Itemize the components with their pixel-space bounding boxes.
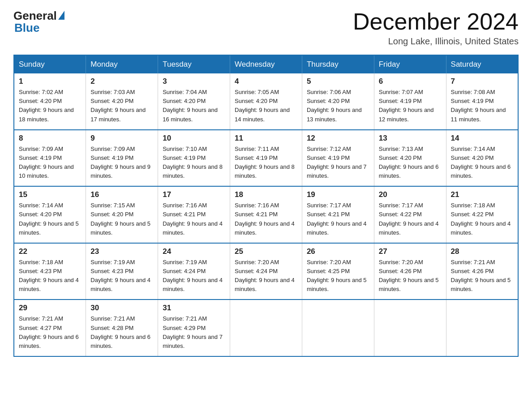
day-info: Sunrise: 7:03 AMSunset: 4:20 PMDaylight:… [90, 88, 153, 124]
calendar-table: SundayMondayTuesdayWednesdayThursdayFrid… [13, 55, 519, 357]
day-number: 22 [19, 247, 81, 256]
day-info: Sunrise: 7:16 AMSunset: 4:21 PMDaylight:… [163, 201, 225, 237]
day-header-sunday: Sunday [14, 55, 86, 73]
day-number: 4 [235, 77, 297, 86]
day-number: 27 [379, 247, 442, 256]
calendar-cell: 3 Sunrise: 7:04 AMSunset: 4:20 PMDayligh… [158, 73, 230, 130]
calendar-week-row: 22 Sunrise: 7:18 AMSunset: 4:23 PMDaylig… [14, 243, 518, 300]
day-info: Sunrise: 7:17 AMSunset: 4:22 PMDaylight:… [379, 201, 442, 237]
calendar-cell: 28 Sunrise: 7:21 AMSunset: 4:26 PMDaylig… [446, 243, 518, 300]
calendar-cell: 13 Sunrise: 7:13 AMSunset: 4:20 PMDaylig… [374, 130, 446, 187]
day-number: 29 [19, 304, 81, 313]
day-info: Sunrise: 7:05 AMSunset: 4:20 PMDaylight:… [235, 88, 297, 124]
title-section: December 2024 Long Lake, Illinois, Unite… [353, 9, 519, 47]
day-info: Sunrise: 7:09 AMSunset: 4:19 PMDaylight:… [90, 145, 153, 181]
day-info: Sunrise: 7:12 AMSunset: 4:19 PMDaylight:… [307, 145, 369, 181]
calendar-cell: 17 Sunrise: 7:16 AMSunset: 4:21 PMDaylig… [158, 186, 230, 243]
day-number: 23 [90, 247, 153, 256]
calendar-cell: 30 Sunrise: 7:21 AMSunset: 4:28 PMDaylig… [86, 300, 158, 356]
calendar-cell: 23 Sunrise: 7:19 AMSunset: 4:23 PMDaylig… [86, 243, 158, 300]
day-info: Sunrise: 7:06 AMSunset: 4:20 PMDaylight:… [307, 88, 369, 124]
day-header-thursday: Thursday [302, 55, 374, 73]
calendar-cell: 27 Sunrise: 7:20 AMSunset: 4:26 PMDaylig… [374, 243, 446, 300]
day-header-saturday: Saturday [446, 55, 518, 73]
calendar-week-row: 29 Sunrise: 7:21 AMSunset: 4:27 PMDaylig… [14, 300, 518, 356]
calendar-cell: 26 Sunrise: 7:20 AMSunset: 4:25 PMDaylig… [302, 243, 374, 300]
calendar-cell [374, 300, 446, 356]
calendar-header-row: SundayMondayTuesdayWednesdayThursdayFrid… [14, 55, 518, 73]
day-info: Sunrise: 7:16 AMSunset: 4:21 PMDaylight:… [235, 201, 297, 237]
day-info: Sunrise: 7:14 AMSunset: 4:20 PMDaylight:… [19, 201, 81, 237]
logo-triangle-icon [58, 11, 64, 20]
day-number: 25 [235, 247, 297, 256]
calendar-cell: 10 Sunrise: 7:10 AMSunset: 4:19 PMDaylig… [158, 130, 230, 187]
calendar-cell: 1 Sunrise: 7:02 AMSunset: 4:20 PMDayligh… [14, 73, 86, 130]
day-number: 28 [451, 247, 513, 256]
day-header-friday: Friday [374, 55, 446, 73]
day-info: Sunrise: 7:21 AMSunset: 4:29 PMDaylight:… [163, 314, 225, 351]
calendar-week-row: 15 Sunrise: 7:14 AMSunset: 4:20 PMDaylig… [14, 186, 518, 243]
day-number: 7 [451, 77, 513, 86]
logo: General Blue [13, 9, 64, 35]
day-info: Sunrise: 7:21 AMSunset: 4:26 PMDaylight:… [451, 258, 513, 294]
day-header-monday: Monday [86, 55, 158, 73]
day-info: Sunrise: 7:18 AMSunset: 4:23 PMDaylight:… [19, 258, 81, 294]
day-number: 31 [163, 304, 225, 313]
page-header: General Blue December 2024 Long Lake, Il… [13, 9, 519, 47]
day-info: Sunrise: 7:20 AMSunset: 4:26 PMDaylight:… [379, 258, 442, 294]
day-info: Sunrise: 7:18 AMSunset: 4:22 PMDaylight:… [451, 201, 513, 237]
day-number: 30 [90, 304, 153, 313]
calendar-cell [230, 300, 302, 356]
day-number: 9 [90, 134, 153, 143]
day-info: Sunrise: 7:20 AMSunset: 4:24 PMDaylight:… [235, 258, 297, 294]
day-info: Sunrise: 7:07 AMSunset: 4:19 PMDaylight:… [379, 88, 442, 124]
calendar-cell: 5 Sunrise: 7:06 AMSunset: 4:20 PMDayligh… [302, 73, 374, 130]
day-number: 18 [235, 190, 297, 199]
calendar-cell: 9 Sunrise: 7:09 AMSunset: 4:19 PMDayligh… [86, 130, 158, 187]
day-header-wednesday: Wednesday [230, 55, 302, 73]
calendar-cell: 22 Sunrise: 7:18 AMSunset: 4:23 PMDaylig… [14, 243, 86, 300]
calendar-week-row: 1 Sunrise: 7:02 AMSunset: 4:20 PMDayligh… [14, 73, 518, 130]
day-info: Sunrise: 7:17 AMSunset: 4:21 PMDaylight:… [307, 201, 369, 237]
day-info: Sunrise: 7:20 AMSunset: 4:25 PMDaylight:… [307, 258, 369, 294]
calendar-cell: 18 Sunrise: 7:16 AMSunset: 4:21 PMDaylig… [230, 186, 302, 243]
day-number: 14 [451, 134, 513, 143]
day-info: Sunrise: 7:19 AMSunset: 4:23 PMDaylight:… [90, 258, 153, 294]
calendar-cell: 6 Sunrise: 7:07 AMSunset: 4:19 PMDayligh… [374, 73, 446, 130]
calendar-cell: 29 Sunrise: 7:21 AMSunset: 4:27 PMDaylig… [14, 300, 86, 356]
calendar-cell: 20 Sunrise: 7:17 AMSunset: 4:22 PMDaylig… [374, 186, 446, 243]
day-number: 15 [19, 190, 81, 199]
calendar-cell: 31 Sunrise: 7:21 AMSunset: 4:29 PMDaylig… [158, 300, 230, 356]
day-info: Sunrise: 7:09 AMSunset: 4:19 PMDaylight:… [19, 145, 81, 181]
day-number: 2 [90, 77, 153, 86]
calendar-cell [446, 300, 518, 356]
calendar-cell: 15 Sunrise: 7:14 AMSunset: 4:20 PMDaylig… [14, 186, 86, 243]
day-info: Sunrise: 7:19 AMSunset: 4:24 PMDaylight:… [163, 258, 225, 294]
day-header-tuesday: Tuesday [158, 55, 230, 73]
day-number: 10 [163, 134, 225, 143]
day-info: Sunrise: 7:11 AMSunset: 4:19 PMDaylight:… [235, 145, 297, 181]
calendar-cell: 11 Sunrise: 7:11 AMSunset: 4:19 PMDaylig… [230, 130, 302, 187]
day-number: 12 [307, 134, 369, 143]
calendar-cell [302, 300, 374, 356]
day-info: Sunrise: 7:21 AMSunset: 4:28 PMDaylight:… [90, 314, 153, 351]
day-info: Sunrise: 7:08 AMSunset: 4:19 PMDaylight:… [451, 88, 513, 124]
day-number: 6 [379, 77, 442, 86]
day-info: Sunrise: 7:13 AMSunset: 4:20 PMDaylight:… [379, 145, 442, 181]
day-number: 11 [235, 134, 297, 143]
calendar-cell: 7 Sunrise: 7:08 AMSunset: 4:19 PMDayligh… [446, 73, 518, 130]
calendar-cell: 12 Sunrise: 7:12 AMSunset: 4:19 PMDaylig… [302, 130, 374, 187]
day-info: Sunrise: 7:21 AMSunset: 4:27 PMDaylight:… [19, 314, 81, 351]
calendar-cell: 24 Sunrise: 7:19 AMSunset: 4:24 PMDaylig… [158, 243, 230, 300]
logo-blue-text: Blue [14, 21, 39, 35]
day-number: 1 [19, 77, 81, 86]
calendar-week-row: 8 Sunrise: 7:09 AMSunset: 4:19 PMDayligh… [14, 130, 518, 187]
day-number: 17 [163, 190, 225, 199]
day-number: 21 [451, 190, 513, 199]
calendar-cell: 14 Sunrise: 7:14 AMSunset: 4:20 PMDaylig… [446, 130, 518, 187]
day-number: 13 [379, 134, 442, 143]
day-info: Sunrise: 7:10 AMSunset: 4:19 PMDaylight:… [163, 145, 225, 181]
day-number: 20 [379, 190, 442, 199]
day-number: 3 [163, 77, 225, 86]
day-info: Sunrise: 7:14 AMSunset: 4:20 PMDaylight:… [451, 145, 513, 181]
